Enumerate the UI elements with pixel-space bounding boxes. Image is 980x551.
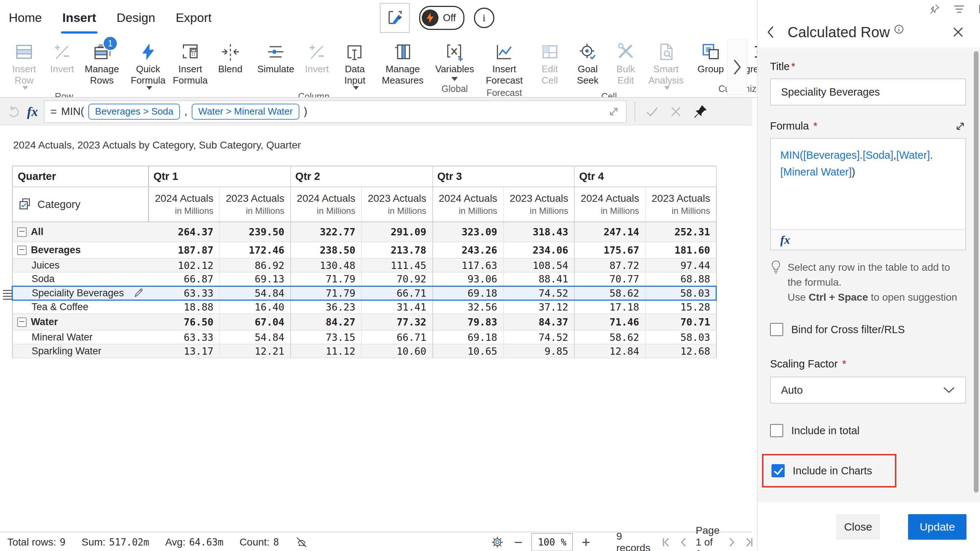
value-cell[interactable]: 291.09 — [361, 222, 432, 242]
measure-header[interactable]: 2023 Actualsin Millions — [646, 187, 716, 222]
value-cell[interactable]: 12.21 — [220, 344, 290, 358]
value-cell[interactable]: 213.78 — [361, 242, 432, 258]
value-cell[interactable]: 11.12 — [291, 344, 361, 358]
value-cell[interactable]: 117.63 — [433, 258, 504, 272]
tab-export[interactable]: Export — [176, 0, 212, 35]
value-cell[interactable]: 247.14 — [574, 222, 645, 242]
tab-design[interactable]: Design — [116, 0, 155, 35]
quarter-header-2[interactable]: Qtr 2 — [291, 166, 433, 187]
table-row-speciality-beverages[interactable]: Speciality Beverages63.3354.8471.7966.71… — [13, 286, 716, 300]
value-cell[interactable]: 175.67 — [574, 242, 645, 258]
formula-chip-water-mineral[interactable]: Water > Mineral Water — [192, 104, 299, 120]
invert-column-button[interactable]: Invert — [298, 38, 336, 76]
value-cell[interactable]: 322.77 — [291, 222, 361, 242]
manage-measures-button[interactable]: Manage Measures — [378, 38, 427, 87]
group-button[interactable]: Group — [692, 38, 730, 76]
value-cell[interactable]: 77.32 — [361, 314, 432, 330]
value-cell[interactable]: 93.06 — [433, 272, 504, 286]
goal-seek-button[interactable]: Goal Seek — [569, 38, 607, 87]
value-cell[interactable]: 32.56 — [433, 300, 504, 314]
tab-insert[interactable]: Insert — [62, 0, 96, 35]
row-label[interactable]: Water — [31, 316, 58, 328]
value-cell[interactable]: 70.77 — [574, 272, 645, 286]
quarter-header-3[interactable]: Qtr 3 — [433, 166, 575, 187]
collapse-icon[interactable] — [17, 318, 27, 327]
include-in-total-checkbox[interactable]: Include in total — [770, 424, 966, 437]
value-cell[interactable]: 79.83 — [433, 314, 504, 330]
manage-rows-button[interactable]: 1 Manage Rows — [81, 38, 123, 87]
next-page-icon[interactable] — [727, 537, 737, 548]
zoom-settings-gear-icon[interactable] — [489, 534, 505, 550]
update-button[interactable]: Update — [908, 514, 966, 540]
value-cell[interactable]: 102.12 — [149, 258, 220, 272]
formula-code[interactable]: MIN([Beverages].[Soda],[Water].[Mineral … — [771, 139, 966, 229]
quick-formula-button[interactable]: Quick Formula — [127, 38, 169, 91]
value-cell[interactable]: 68.88 — [646, 272, 716, 286]
panel-scrollbar[interactable] — [974, 51, 978, 492]
measure-header[interactable]: 2024 Actualsin Millions — [291, 187, 361, 222]
formula-chip-beverages-soda[interactable]: Beverages > Soda — [88, 104, 180, 120]
table-row-mineral-water[interactable]: Mineral Water63.3354.8473.1566.7169.1874… — [13, 330, 716, 344]
insert-row-button[interactable]: Insert Row — [5, 38, 43, 91]
value-cell[interactable]: 66.71 — [361, 286, 432, 300]
row-label[interactable]: Mineral Water — [32, 332, 93, 343]
row-label[interactable]: Juices — [32, 260, 60, 271]
value-cell[interactable]: 97.44 — [646, 258, 716, 272]
value-cell[interactable]: 71.79 — [291, 272, 361, 286]
value-cell[interactable]: 69.13 — [220, 272, 290, 286]
formula-maximize-icon[interactable] — [955, 121, 966, 132]
title-field-input[interactable]: Speciality Beverages — [770, 78, 966, 105]
collapse-icon[interactable] — [17, 227, 27, 237]
value-cell[interactable]: 264.37 — [149, 222, 220, 242]
row-label[interactable]: Beverages — [31, 245, 81, 256]
quarter-header-1[interactable]: Qtr 1 — [149, 166, 291, 187]
checkbox-icon[interactable] — [770, 323, 783, 336]
zoom-level-input[interactable]: 100 % — [531, 533, 573, 551]
value-cell[interactable]: 63.33 — [149, 286, 220, 300]
value-cell[interactable]: 111.45 — [361, 258, 432, 272]
measure-header[interactable]: 2023 Actualsin Millions — [220, 187, 290, 222]
smart-analysis-button[interactable]: Smart Analysis — [645, 38, 687, 91]
insights-toggle[interactable]: Off — [419, 6, 465, 30]
value-cell[interactable]: 12.68 — [646, 344, 716, 358]
formula-accept-icon[interactable] — [645, 104, 659, 119]
row-label[interactable]: Speciality Beverages — [32, 287, 124, 299]
value-cell[interactable]: 73.15 — [291, 330, 361, 344]
last-page-icon[interactable] — [744, 537, 755, 548]
row-label[interactable]: Soda — [32, 273, 55, 284]
value-cell[interactable]: 74.52 — [504, 286, 574, 300]
value-cell[interactable]: 172.46 — [220, 242, 290, 258]
value-cell[interactable]: 63.33 — [149, 330, 220, 344]
zoom-out-button[interactable]: − — [514, 535, 522, 549]
value-cell[interactable]: 10.65 — [433, 344, 504, 358]
value-cell[interactable]: 71.46 — [574, 314, 645, 330]
checkbox-icon[interactable] — [770, 424, 783, 437]
value-cell[interactable]: 243.26 — [433, 242, 504, 258]
measure-header[interactable]: 2023 Actualsin Millions — [504, 187, 574, 222]
open-window-icon[interactable] — [978, 3, 980, 15]
quarter-column-header[interactable]: Quarter — [13, 166, 149, 187]
value-cell[interactable]: 17.18 — [574, 300, 645, 314]
collapse-icon[interactable] — [17, 246, 27, 255]
value-cell[interactable]: 69.18 — [433, 286, 504, 300]
value-cell[interactable]: 238.50 — [291, 242, 361, 258]
formula-pin-icon[interactable] — [692, 104, 708, 120]
insert-formula-button[interactable]: Insert Formula — [169, 38, 211, 87]
formula-editor[interactable]: MIN([Beverages].[Soda],[Water].[Mineral … — [770, 138, 966, 250]
value-cell[interactable]: 130.48 — [291, 258, 361, 272]
value-cell[interactable]: 71.79 — [291, 286, 361, 300]
formula-cancel-icon[interactable] — [669, 105, 683, 119]
blend-button[interactable]: Blend — [212, 38, 250, 76]
value-cell[interactable]: 9.85 — [504, 344, 574, 358]
formula-expand-icon[interactable] — [608, 105, 620, 118]
value-cell[interactable]: 74.52 — [504, 330, 574, 344]
row-label[interactable]: All — [31, 226, 44, 238]
table-row-all[interactable]: All264.37239.50322.77291.09323.09318.432… — [13, 222, 716, 242]
value-cell[interactable]: 70.71 — [646, 314, 716, 330]
insert-forecast-button[interactable]: Insert Forecast — [482, 38, 526, 87]
data-input-button[interactable]: Data Input — [336, 38, 374, 91]
value-cell[interactable]: 54.84 — [220, 286, 290, 300]
variables-button[interactable]: Variables — [431, 38, 477, 82]
include-in-charts-checkbox[interactable]: Include in Charts — [772, 464, 872, 477]
measure-header[interactable]: 2023 Actualsin Millions — [361, 187, 432, 222]
